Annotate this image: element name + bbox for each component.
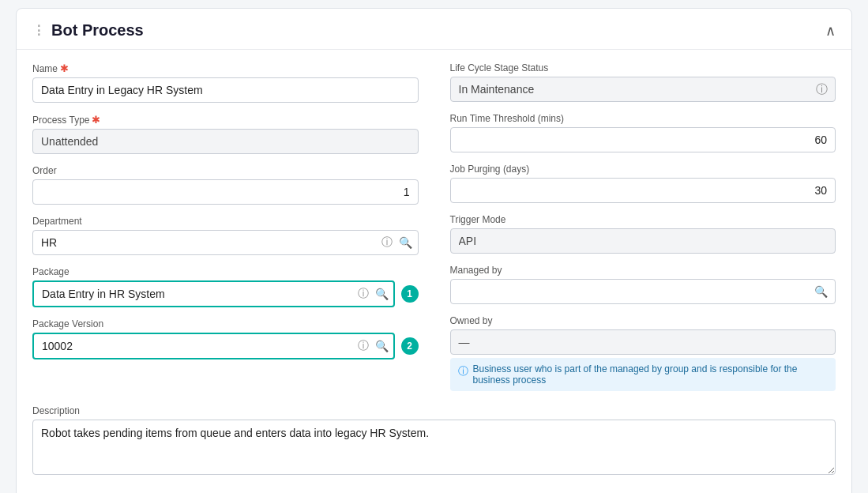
package-version-field-group: Package Version ⓘ 🔍 2 <box>32 318 419 359</box>
runtime-input[interactable] <box>450 127 836 152</box>
job-purging-label: Job Purging (days) <box>450 164 836 175</box>
lifecycle-label: Life Cycle Stage Status <box>450 62 836 73</box>
package-info-icon[interactable]: ⓘ <box>358 287 369 301</box>
order-label: Order <box>32 165 419 176</box>
package-step-badge: 1 <box>401 285 419 303</box>
trigger-mode-label: Trigger Mode <box>450 214 836 225</box>
package-version-step-badge: 2 <box>401 337 419 355</box>
name-required-star: ✱ <box>60 62 69 74</box>
lifecycle-input <box>450 77 836 102</box>
trigger-mode-input <box>450 228 836 254</box>
description-textarea[interactable]: Robot takes pending items from queue and… <box>32 420 836 475</box>
lifecycle-field-group: Life Cycle Stage Status ⓘ <box>450 62 836 102</box>
name-field-group: Name ✱ <box>32 62 419 103</box>
lifecycle-info-icon[interactable]: ⓘ <box>816 82 828 97</box>
right-column: Life Cycle Stage Status ⓘ Run Time Thres… <box>450 62 836 402</box>
package-version-search-icon[interactable]: 🔍 <box>375 340 389 352</box>
process-type-required-star: ✱ <box>92 114 100 126</box>
managed-by-label: Managed by <box>450 265 836 276</box>
process-type-input <box>32 129 419 154</box>
name-label: Name ✱ <box>32 62 419 74</box>
collapse-icon[interactable]: ∧ <box>825 22 836 40</box>
owned-by-field-group: Owned by — ⓘ Business user who is part o… <box>450 315 836 391</box>
package-version-icons: ⓘ 🔍 <box>358 339 389 353</box>
drag-icon[interactable]: ⋮ <box>32 23 45 38</box>
department-field-group: Department ⓘ 🔍 <box>32 216 419 255</box>
runtime-field-group: Run Time Threshold (mins) <box>450 113 836 152</box>
process-type-label: Process Type ✱ <box>32 114 419 126</box>
package-version-info-icon[interactable]: ⓘ <box>358 339 369 353</box>
job-purging-field-group: Job Purging (days) <box>450 164 836 203</box>
managed-by-input[interactable] <box>450 279 836 304</box>
left-column: Name ✱ Process Type ✱ Order <box>32 62 419 402</box>
owned-by-dash: — <box>450 329 836 355</box>
name-input[interactable] <box>32 77 419 103</box>
department-input[interactable] <box>32 230 419 255</box>
process-type-field-group: Process Type ✱ <box>32 114 419 154</box>
managed-by-wrap: 🔍 <box>450 279 836 304</box>
package-label: Package <box>32 266 419 277</box>
runtime-label: Run Time Threshold (mins) <box>450 113 836 124</box>
owned-by-tooltip-text: Business user who is part of the managed… <box>473 363 829 386</box>
card-header: ⋮ Bot Process ∧ <box>17 9 851 50</box>
card-title-group: ⋮ Bot Process <box>32 21 144 40</box>
description-label: Description <box>32 405 836 416</box>
department-label: Department <box>32 216 419 227</box>
card-body: Name ✱ Process Type ✱ Order <box>17 50 851 489</box>
package-version-input[interactable] <box>32 333 395 359</box>
managed-by-field-group: Managed by 🔍 <box>450 265 836 304</box>
package-version-with-badge: ⓘ 🔍 2 <box>32 333 419 359</box>
lifecycle-input-wrap: ⓘ <box>450 77 836 102</box>
package-search-icon[interactable]: 🔍 <box>375 288 389 300</box>
package-version-input-wrap: ⓘ 🔍 <box>32 333 395 359</box>
owned-by-label: Owned by <box>450 315 836 326</box>
owned-by-tooltip: ⓘ Business user who is part of the manag… <box>450 358 836 391</box>
package-input[interactable] <box>32 280 395 307</box>
department-info-icon[interactable]: ⓘ <box>381 235 393 250</box>
package-input-wrap: ⓘ 🔍 <box>32 280 395 307</box>
package-icons: ⓘ 🔍 <box>358 287 389 301</box>
package-with-badge: ⓘ 🔍 1 <box>32 280 419 307</box>
order-input[interactable] <box>32 179 419 205</box>
bot-process-card: ⋮ Bot Process ∧ Name ✱ Process Type ✱ <box>16 8 852 493</box>
managed-by-search-icon[interactable]: 🔍 <box>814 285 828 298</box>
trigger-mode-field-group: Trigger Mode <box>450 214 836 254</box>
package-version-label: Package Version <box>32 318 419 329</box>
owned-by-tooltip-icon: ⓘ <box>458 364 468 378</box>
package-field-group: Package ⓘ 🔍 1 <box>32 266 419 307</box>
department-input-wrap: ⓘ 🔍 <box>32 230 419 255</box>
department-icons: ⓘ 🔍 <box>381 235 412 250</box>
job-purging-input[interactable] <box>450 178 836 203</box>
description-field-group: Description Robot takes pending items fr… <box>32 405 836 478</box>
order-field-group: Order <box>32 165 419 205</box>
department-search-icon[interactable]: 🔍 <box>399 236 412 249</box>
card-title-text: Bot Process <box>51 21 144 40</box>
